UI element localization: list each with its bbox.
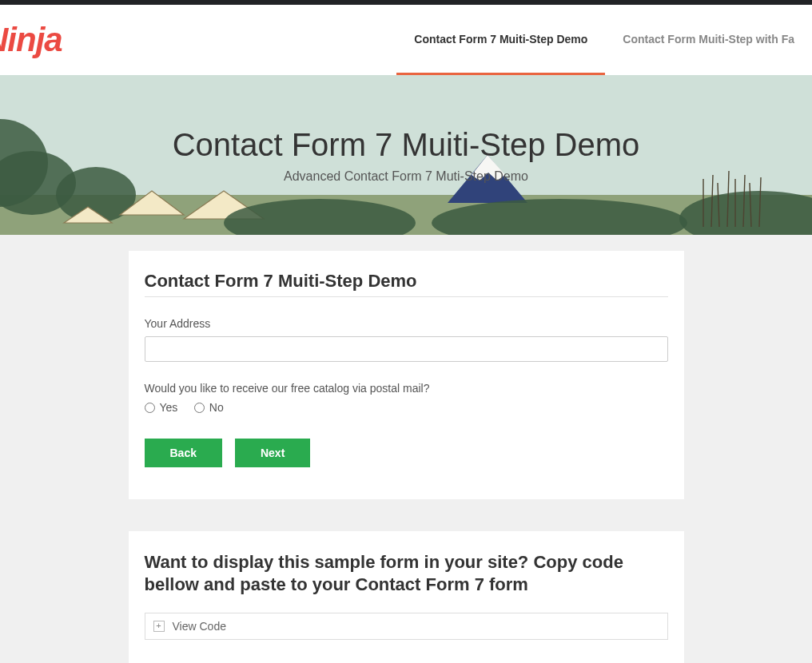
hero-subtitle: Advanced Contact Form 7 Muti-Step Demo	[284, 169, 528, 184]
nav-item-multistep-fa[interactable]: Contact Form Muiti-Step with Fa	[605, 5, 812, 75]
back-button[interactable]: Back	[145, 439, 222, 467]
nav: Contact Form 7 Muiti-Step Demo Contact F…	[396, 5, 812, 75]
form-card: Contact Form 7 Muiti-Step Demo Your Addr…	[129, 251, 684, 499]
radio-yes-input[interactable]	[145, 403, 155, 413]
form-title: Contact Form 7 Muiti-Step Demo	[145, 271, 668, 297]
plus-icon: +	[153, 621, 165, 632]
code-card: Want to display this sample form in your…	[129, 531, 684, 664]
catalog-question-label: Would you like to receive our free catal…	[145, 382, 668, 395]
main-container: Contact Form 7 Muiti-Step Demo Your Addr…	[129, 235, 684, 663]
radio-yes-label: Yes	[160, 401, 178, 414]
view-code-label: View Code	[173, 620, 226, 633]
radio-no-label: No	[209, 401, 224, 414]
header: Ninja Contact Form 7 Muiti-Step Demo Con…	[0, 5, 812, 75]
logo[interactable]: Ninja	[0, 21, 62, 59]
view-code-toggle[interactable]: + View Code	[145, 613, 668, 640]
hero-title: Contact Form 7 Muiti-Step Demo	[173, 127, 640, 163]
next-button[interactable]: Next	[235, 439, 310, 467]
hero-banner: Contact Form 7 Muiti-Step Demo Advanced …	[0, 75, 812, 235]
nav-item-multistep-demo[interactable]: Contact Form 7 Muiti-Step Demo	[396, 5, 605, 75]
radio-option-no[interactable]: No	[194, 401, 224, 414]
radio-option-yes[interactable]: Yes	[145, 401, 178, 414]
radio-no-input[interactable]	[194, 403, 205, 413]
code-card-title: Want to display this sample form in your…	[145, 551, 668, 597]
address-label: Your Address	[145, 317, 668, 330]
catalog-radio-group: Yes No	[145, 401, 668, 416]
address-input[interactable]	[145, 336, 668, 362]
button-row: Back Next	[145, 439, 668, 467]
